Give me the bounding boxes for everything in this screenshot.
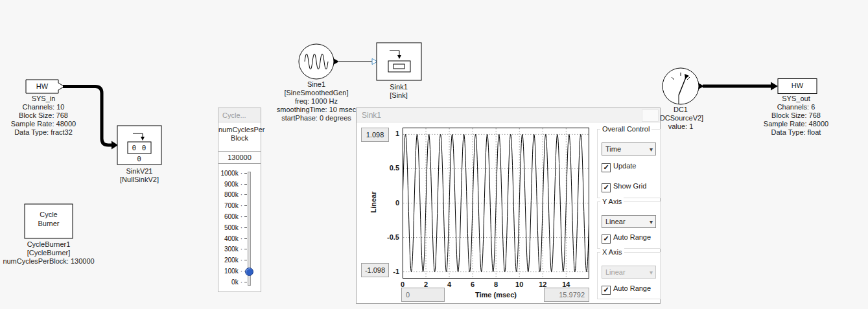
window-titlebar[interactable]: Sink1 bbox=[357, 108, 660, 122]
slider-tick-row: 500k· bbox=[218, 222, 247, 233]
sys-out-label-stack: SYS_out Channels: 6 Block Size: 768 Samp… bbox=[757, 95, 835, 137]
tick-dot-icon: · bbox=[240, 268, 242, 275]
slider-handle[interactable] bbox=[245, 268, 253, 276]
tick-dot-icon: · bbox=[240, 202, 242, 209]
checkbox-icon: ✓ bbox=[602, 183, 611, 192]
close-button[interactable] bbox=[642, 109, 659, 122]
tick-dash-icon bbox=[244, 184, 247, 185]
slider-tick-label: 0k bbox=[231, 279, 239, 286]
y-tick-label: 0 bbox=[382, 199, 399, 207]
tick-dash-icon bbox=[244, 227, 247, 228]
y-auto-range-checkbox[interactable]: ✓Auto Range bbox=[602, 233, 651, 244]
panel-titlebar[interactable]: Cycle... bbox=[218, 108, 261, 122]
checkbox-label: Show Grid bbox=[613, 182, 646, 190]
tick-dot-icon: · bbox=[240, 224, 242, 231]
y-tick-label: 1 bbox=[382, 130, 399, 137]
x-auto-range-checkbox[interactable]: ✓Auto Range bbox=[602, 284, 651, 295]
block-detail: Data Type: float bbox=[757, 128, 835, 137]
y-tick-label: -1 bbox=[382, 268, 399, 275]
x-tick-label: 10 bbox=[513, 280, 526, 288]
checkbox-label: Auto Range bbox=[613, 233, 651, 241]
x-tick-label: 12 bbox=[536, 280, 549, 288]
x-tick-label: 2 bbox=[419, 280, 432, 288]
slider-param-label: numCyclesPer Block bbox=[218, 126, 261, 143]
slider-tick-row: 900k· bbox=[218, 179, 247, 190]
x-tick-label: 14 bbox=[559, 280, 572, 288]
tick-dot-icon: · bbox=[240, 191, 242, 198]
dropdown-arrow-icon: ▾ bbox=[650, 216, 653, 228]
cycleburner-title: Cycle Burner bbox=[25, 210, 73, 228]
y-axis-select[interactable]: Linear ▾ bbox=[602, 215, 656, 228]
show-grid-checkbox[interactable]: ✓Show Grid bbox=[602, 181, 646, 192]
tick-dash-icon bbox=[244, 216, 247, 217]
y-axis-title: Linear bbox=[369, 183, 377, 222]
slider-value-box[interactable]: 130000 bbox=[218, 151, 261, 164]
tick-dot-icon: · bbox=[240, 170, 242, 177]
slider-tick-row: 0k· bbox=[218, 277, 247, 288]
block-detail: Block Size: 768 bbox=[757, 111, 835, 120]
sine1-label-stack: Sine1 [SineSmoothedGen] freq: 1000 Hz sm… bbox=[271, 80, 362, 122]
diagram-canvas: HW SYS_in Channels: 10 Block Size: 768 S… bbox=[0, 0, 868, 309]
checkbox-icon: ✓ bbox=[602, 163, 611, 172]
tick-dot-icon: · bbox=[240, 257, 242, 264]
block-instance-name: Sine1 bbox=[271, 80, 362, 89]
slider-tick-label: 100k bbox=[224, 268, 239, 275]
block-param: freq: 1000 Hz bbox=[271, 97, 362, 106]
tick-dash-icon bbox=[244, 260, 247, 260]
dropdown-arrow-icon: ▾ bbox=[650, 267, 653, 279]
block-param: numCyclesPerBlock: 130000 bbox=[0, 257, 97, 266]
cycleburner-label-stack: CycleBurner1 [CycleBurner] numCyclesPerB… bbox=[0, 240, 97, 266]
combo-value: Time bbox=[605, 145, 621, 153]
slider-tick-label: 600k bbox=[224, 213, 239, 220]
sine1-output-pin-icon[interactable] bbox=[334, 59, 339, 65]
tick-dash-icon bbox=[244, 238, 247, 239]
tick-dot-icon: · bbox=[240, 246, 242, 253]
y-tick-label: 0.5 bbox=[382, 164, 399, 172]
tick-dash-icon bbox=[244, 282, 247, 282]
overall-control-select[interactable]: Time ▾ bbox=[602, 143, 656, 155]
block-detail: Sample Rate: 48000 bbox=[757, 120, 835, 128]
wire-arrowhead-icon bbox=[771, 82, 778, 91]
block-instance-name: CycleBurner1 bbox=[0, 240, 97, 249]
x-tick-label: 6 bbox=[466, 280, 479, 288]
slider-tick-row: 200k· bbox=[218, 255, 247, 266]
x-min-input[interactable]: 0 bbox=[401, 288, 445, 302]
slider-tick-row: 600k· bbox=[218, 211, 247, 222]
checkbox-label: Auto Range bbox=[613, 284, 651, 292]
waveform-plot bbox=[403, 128, 589, 279]
block-detail: Channels: 6 bbox=[757, 103, 835, 111]
x-max-input[interactable]: 15.9792 bbox=[544, 288, 589, 302]
combo-value: Linear bbox=[605, 268, 626, 276]
tick-dash-icon bbox=[244, 205, 247, 206]
x-tick-label: 4 bbox=[443, 280, 456, 288]
sys-in-hw-label: HW bbox=[26, 80, 58, 93]
slider-param-label-line: Block bbox=[218, 134, 261, 143]
slider-tick-row: 800k· bbox=[218, 190, 247, 201]
checkbox-icon: ✓ bbox=[602, 286, 611, 295]
x-axis-select[interactable]: Linear ▾ bbox=[602, 266, 656, 279]
sink1-block[interactable] bbox=[377, 43, 421, 80]
slider-param-label-line: numCyclesPer bbox=[218, 126, 261, 134]
checkbox-icon: ✓ bbox=[602, 235, 611, 244]
block-classname: [SineSmoothedGen] bbox=[271, 89, 362, 97]
group-legend: X Axis bbox=[600, 248, 624, 256]
block-detail: Block Size: 768 bbox=[5, 111, 82, 120]
block-classname: [NullSinkV2] bbox=[107, 176, 172, 184]
x-tick-label: 8 bbox=[489, 280, 502, 288]
update-checkbox[interactable]: ✓Update bbox=[602, 161, 636, 172]
block-instance-name: SYS_out bbox=[757, 95, 835, 103]
cycleburner-inspector-panel: Cycle... numCyclesPer Block 130000 1000k… bbox=[218, 108, 261, 292]
slider-tick-label: 900k bbox=[224, 181, 239, 188]
tick-dash-icon bbox=[244, 194, 247, 195]
group-legend: Overall Control bbox=[600, 125, 651, 133]
group-legend: Y Axis bbox=[600, 198, 624, 205]
tick-dot-icon: · bbox=[240, 181, 242, 188]
block-title-line: Burner bbox=[25, 219, 73, 228]
block-instance-name: SYS_in bbox=[5, 95, 82, 103]
nullsink-icon-text: 0 0 0 bbox=[128, 143, 151, 154]
block-title-line: Cycle bbox=[25, 210, 73, 219]
slider-tick-label: 500k bbox=[224, 224, 239, 231]
block-classname: [CycleBurner] bbox=[0, 249, 97, 257]
plot-area[interactable] bbox=[403, 128, 589, 279]
slider-tick-row: 300k· bbox=[218, 244, 247, 255]
